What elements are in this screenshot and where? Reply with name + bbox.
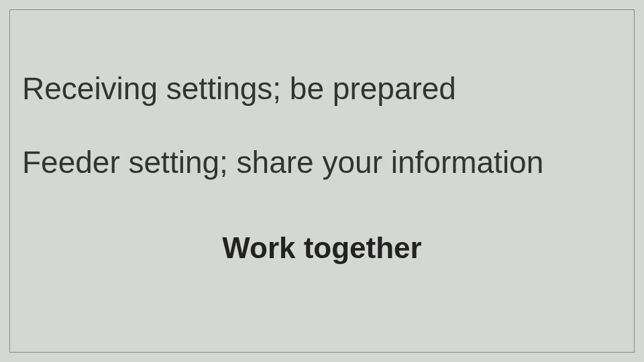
text-line-1: Receiving settings; be prepared [22, 70, 456, 107]
text-line-2: Feeder setting; share your information [22, 144, 543, 180]
slide-frame: Receiving settings; be prepared Feeder s… [9, 9, 635, 353]
text-line-emphasis: Work together [10, 231, 634, 265]
